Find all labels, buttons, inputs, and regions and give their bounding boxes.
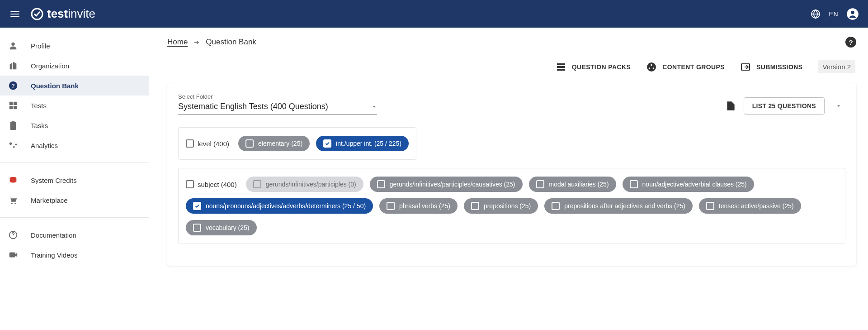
arrow-right-icon: ➔: [194, 38, 199, 46]
svg-point-11: [9, 143, 12, 145]
user-avatar-icon[interactable]: [846, 8, 859, 20]
checkbox-icon: [193, 224, 201, 232]
filter-chip[interactable]: nouns/pronouns/adjectives/adverbs/determ…: [186, 198, 373, 214]
list-questions-button[interactable]: LIST 25 QUESTIONS: [744, 97, 825, 115]
svg-text:?: ?: [11, 82, 15, 89]
cart-icon: [8, 195, 31, 205]
storage-icon: [556, 62, 566, 72]
filter-chip[interactable]: gerunds/infinitives/participles (0): [246, 177, 363, 192]
page-help-button[interactable]: ?: [845, 37, 856, 48]
filter-chip[interactable]: int./upper int. (25 / 225): [316, 136, 409, 151]
sidebar-item-organization[interactable]: Organization: [0, 56, 149, 76]
globe-icon[interactable]: [810, 9, 821, 19]
language-selector[interactable]: EN: [829, 10, 838, 18]
sidebar-item-analytics[interactable]: Analytics: [0, 135, 149, 155]
question-packs-link[interactable]: QUESTION PACKS: [556, 62, 631, 72]
svg-point-13: [15, 143, 17, 145]
sidebar-item-tests[interactable]: Tests: [0, 96, 149, 115]
app-logo[interactable]: testinvite: [30, 7, 95, 21]
submissions-link[interactable]: SUBMISSIONS: [740, 62, 802, 72]
sidebar-item-label: Training Videos: [31, 251, 77, 259]
sidebar-item-question-bank[interactable]: ? Question Bank: [0, 76, 149, 96]
checkbox-icon: [706, 202, 714, 210]
folder-select-value: Systematic English Tests (400 Questions): [178, 102, 328, 111]
breadcrumb-home[interactable]: Home: [167, 38, 188, 47]
sidebar-item-credits[interactable]: System Credits: [0, 170, 149, 190]
sidebar-item-label: System Credits: [31, 177, 77, 184]
filter-title: subject (400): [198, 181, 237, 188]
logo-text-bold: test: [47, 7, 68, 20]
filter-chip[interactable]: modal auxiliaries (25): [529, 177, 616, 192]
filter-chip[interactable]: elementary (25): [238, 136, 310, 151]
sidebar: Profile Organization ? Question Bank Tes…: [0, 28, 149, 330]
chip-label: phrasal verbs (25): [399, 202, 450, 210]
input-icon: [740, 62, 751, 72]
folder-select[interactable]: Select Folder Systematic English Tests (…: [178, 93, 377, 115]
sidebar-item-label: Analytics: [31, 142, 58, 149]
building-icon: [8, 61, 31, 71]
level-checkbox[interactable]: [186, 139, 194, 148]
sidebar-item-documentation[interactable]: Documentation: [0, 225, 149, 245]
main-content: Home ➔ Question Bank ? QUESTION PACKS CO…: [149, 28, 868, 330]
svg-point-15: [11, 203, 13, 204]
person-icon: [8, 41, 31, 51]
filter-group-level: level (400) elementary (25)int./upper in…: [178, 127, 416, 160]
logo-text-light: invite: [68, 7, 95, 20]
sidebar-item-training-videos[interactable]: Training Videos: [0, 245, 149, 265]
checkbox-icon: [471, 202, 479, 210]
group-work-icon: [646, 62, 657, 72]
menu-icon[interactable]: [9, 8, 21, 20]
analytics-icon: [8, 140, 31, 150]
chip-label: prepositions (25): [484, 202, 531, 210]
svg-point-24: [649, 67, 651, 69]
filter-chip[interactable]: tenses: active/passive (25): [699, 198, 801, 214]
sidebar-item-label: Tests: [31, 102, 47, 110]
checkbox-icon: [245, 139, 254, 148]
sidebar-item-label: Organization: [31, 62, 69, 70]
checkbox-icon: [323, 139, 331, 148]
svg-rect-20: [557, 66, 565, 68]
chip-label: tenses: active/passive (25): [719, 202, 794, 210]
chip-label: modal auxiliaries (25): [549, 181, 609, 188]
svg-rect-21: [557, 69, 565, 71]
svg-point-4: [11, 43, 14, 46]
svg-point-16: [14, 203, 16, 204]
filter-chip[interactable]: prepositions after adjectives and verbs …: [544, 198, 693, 214]
svg-rect-19: [557, 63, 565, 65]
sidebar-item-label: Marketplace: [31, 196, 68, 204]
checkbox-icon: [536, 180, 544, 188]
chip-label: nouns/pronouns/adjectives/adverbs/determ…: [206, 202, 366, 210]
app-header: testinvite EN: [0, 0, 868, 28]
filter-chip[interactable]: vocabulary (25): [186, 220, 257, 235]
sidebar-item-profile[interactable]: Profile: [0, 36, 149, 56]
checkbox-icon: [630, 180, 638, 188]
breadcrumb-current: Question Bank: [206, 38, 256, 47]
filter-group-subject: subject (400) gerunds/infinitives/partic…: [178, 168, 845, 244]
chip-label: prepositions after adjectives and verbs …: [564, 202, 685, 210]
sidebar-divider: [0, 163, 149, 163]
version-badge[interactable]: Version 2: [818, 60, 855, 73]
sidebar-item-tasks[interactable]: Tasks: [0, 115, 149, 135]
export-icon[interactable]: [725, 100, 736, 112]
svg-rect-10: [14, 106, 17, 109]
subject-checkbox[interactable]: [186, 180, 194, 188]
filter-chip[interactable]: prepositions (25): [464, 198, 538, 214]
video-icon: [8, 250, 31, 260]
sidebar-item-label: Tasks: [31, 122, 48, 129]
chip-label: elementary (25): [258, 140, 302, 147]
filter-chip[interactable]: noun/adjective/adverbial clauses (25): [623, 177, 754, 192]
chip-label: int./upper int. (25 / 225): [336, 140, 401, 147]
clipboard-icon: [8, 120, 31, 130]
grid-icon: [8, 100, 31, 110]
svg-rect-7: [9, 102, 13, 105]
checkbox-icon: [387, 202, 395, 210]
content-groups-link[interactable]: CONTENT GROUPS: [646, 62, 725, 72]
svg-rect-18: [9, 253, 15, 258]
sidebar-item-marketplace[interactable]: Marketplace: [0, 190, 149, 210]
filter-chip[interactable]: phrasal verbs (25): [379, 198, 458, 214]
filter-chip[interactable]: gerunds/infinitives/participles/causativ…: [370, 177, 523, 192]
help-outline-icon: [8, 230, 31, 240]
list-options-dropdown[interactable]: [832, 98, 845, 114]
checkbox-icon: [193, 202, 201, 210]
sidebar-item-label: Question Bank: [31, 82, 79, 90]
